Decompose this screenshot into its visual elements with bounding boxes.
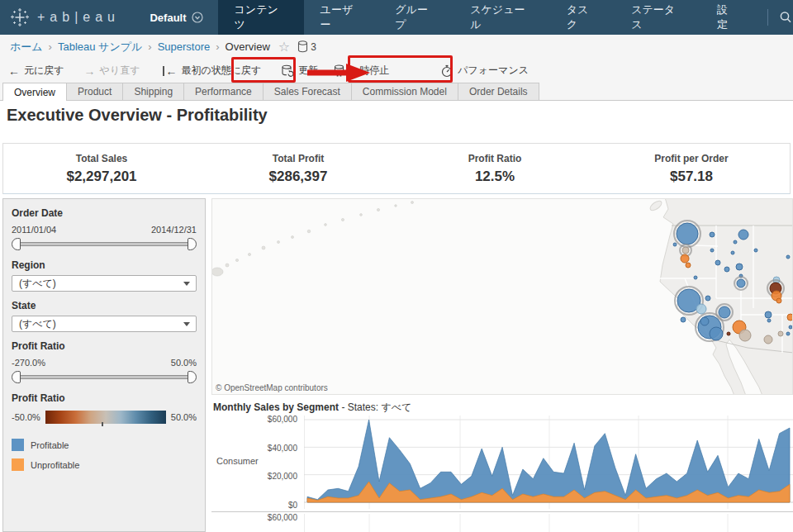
tab-overview[interactable]: Overview <box>2 83 67 101</box>
redo-arrow-icon: → <box>84 66 96 76</box>
refresh-button[interactable]: 更新 <box>281 64 318 78</box>
map-bubble[interactable] <box>715 260 720 265</box>
nav-item-6[interactable]: ステータス <box>615 0 700 35</box>
revert-label: 最初の状態に戻す <box>181 64 261 78</box>
datasource-count-badge[interactable]: 3 <box>297 40 316 53</box>
map-bubble[interactable] <box>705 296 710 301</box>
search-icon[interactable] <box>778 10 793 25</box>
map-bubble[interactable] <box>710 232 715 237</box>
second-row-plot-stub[interactable] <box>304 514 793 532</box>
map-attribution: © OpenStreetMap contributors <box>216 383 328 392</box>
legend-label: Profitable <box>31 440 69 450</box>
map-bubble[interactable] <box>789 325 792 329</box>
map-bubble[interactable] <box>681 317 686 322</box>
state-label: State <box>12 300 197 311</box>
map-bubble[interactable] <box>673 243 677 246</box>
kpi-value: $2,297,201 <box>66 169 136 185</box>
map-bubble[interactable] <box>739 330 751 341</box>
map-bubble[interactable] <box>754 249 757 252</box>
profit-ratio-slider-track[interactable] <box>13 375 195 379</box>
map-bubble[interactable] <box>737 279 745 287</box>
nav-item-7[interactable]: 設定 <box>700 0 754 35</box>
region-dropdown[interactable]: (すべて) <box>12 275 197 292</box>
region-dropdown-value: (すべて) <box>19 277 56 291</box>
legend-item-unprofitable[interactable]: Unprofitable <box>12 458 197 471</box>
tab-commission-model[interactable]: Commission Model <box>351 83 458 100</box>
nav-item-1[interactable]: コンテンツ <box>218 0 304 35</box>
tab-performance[interactable]: Performance <box>183 83 264 100</box>
map-bubble[interactable] <box>727 332 730 335</box>
favorite-star-icon[interactable]: ☆ <box>278 39 290 55</box>
kpi-cell-3: Profit Ratio12.5% <box>396 144 593 193</box>
map-bubble[interactable] <box>786 332 790 335</box>
map-bubble[interactable] <box>736 264 743 270</box>
redo-button[interactable]: → やり直す <box>84 64 140 78</box>
profit-ratio-slider-handle-right[interactable] <box>188 371 197 383</box>
map-bubble[interactable] <box>686 263 691 268</box>
nav-item-3[interactable]: グループ <box>378 0 453 35</box>
map-bubble[interactable] <box>764 335 772 344</box>
map-bubble[interactable] <box>787 314 792 321</box>
map-bubble[interactable] <box>719 306 730 318</box>
map-bubble[interactable] <box>767 319 771 322</box>
order-date-slider[interactable] <box>12 237 197 251</box>
tab-shipping[interactable]: Shipping <box>122 83 184 100</box>
pause-updates-button[interactable]: 一時停止 <box>333 64 389 78</box>
breadcrumb-item-1[interactable]: ホーム <box>10 40 43 55</box>
order-date-slider-handle-right[interactable] <box>188 238 197 250</box>
nav-item-4[interactable]: スケジュール <box>453 0 550 35</box>
map-bubble[interactable] <box>696 304 706 314</box>
map-bubble[interactable] <box>682 247 689 254</box>
chart-row-divider <box>211 511 793 512</box>
top-navbar: +ab|eau Default コンテンツユーザーグループスケジュールタスクステ… <box>0 0 793 35</box>
chevron-down-circle-icon <box>192 12 203 23</box>
map-bubble[interactable] <box>724 267 729 272</box>
revert-button[interactable]: ← 最初の状態に戻す <box>163 64 261 78</box>
nav-item-2[interactable]: ユーザー <box>304 0 379 35</box>
map-bubble[interactable] <box>765 311 772 318</box>
map-bubble[interactable] <box>710 249 714 252</box>
breadcrumb-item-3[interactable]: Superstore <box>158 40 211 53</box>
chart-title-bold: Monthly Sales by Segment <box>213 401 339 413</box>
tableau-logo[interactable]: +ab|eau <box>0 0 141 35</box>
profit-ratio-slider-handle-left[interactable] <box>12 371 21 383</box>
segment-chart-plot[interactable] <box>304 416 793 509</box>
area-series-profitable[interactable] <box>307 420 790 502</box>
filter-sidebar: Order Date 2011/01/04 2014/12/31 Region … <box>2 198 206 532</box>
map-bubble[interactable] <box>731 251 734 254</box>
map-bubble[interactable] <box>786 255 790 259</box>
breadcrumb-separator: › <box>49 40 52 53</box>
tab-order-details[interactable]: Order Details <box>458 83 539 100</box>
undo-button[interactable]: ← 元に戻す <box>8 64 64 78</box>
profit-map[interactable]: © OpenStreetMap contributors <box>211 198 793 395</box>
state-dropdown[interactable]: (すべて) <box>12 316 197 332</box>
map-canvas <box>212 199 792 394</box>
map-bubble[interactable] <box>710 327 723 340</box>
map-bubble[interactable] <box>776 298 781 303</box>
order-date-slider-track[interactable] <box>13 242 195 246</box>
map-bubble[interactable] <box>677 223 698 245</box>
kpi-cell-1: Total Sales$2,297,201 <box>3 144 200 193</box>
map-bubble[interactable] <box>778 331 783 336</box>
map-bubble[interactable] <box>734 240 737 244</box>
profit-ratio-range-label: Profit Ratio <box>12 340 197 352</box>
profit-ratio-slider[interactable] <box>12 370 197 384</box>
breadcrumb-item-4: Overview <box>226 40 270 53</box>
map-bubble[interactable] <box>681 254 689 263</box>
tab-sales-forecast[interactable]: Sales Forecast <box>263 83 352 100</box>
order-date-start: 2011/01/04 <box>12 225 56 235</box>
nav-item-5[interactable]: タスク <box>550 0 615 35</box>
map-bubble[interactable] <box>700 317 709 325</box>
performance-button[interactable]: パフォーマンス <box>440 64 529 78</box>
order-date-end: 2014/12/31 <box>151 225 197 235</box>
order-date-slider-handle-left[interactable] <box>12 238 21 250</box>
site-picker[interactable]: Default <box>141 0 217 35</box>
breadcrumb-bar: ホーム›Tableau サンプル›Superstore›Overview ☆ 3 <box>0 35 793 59</box>
breadcrumb-item-2[interactable]: Tableau サンプル <box>58 40 142 55</box>
map-bubble[interactable] <box>694 276 697 279</box>
legend-item-profitable[interactable]: Profitable <box>12 439 197 451</box>
aleutian-islands <box>212 202 414 277</box>
map-bubble[interactable] <box>738 230 748 240</box>
kpi-label: Profit per Order <box>654 153 728 164</box>
tab-product[interactable]: Product <box>66 83 123 100</box>
